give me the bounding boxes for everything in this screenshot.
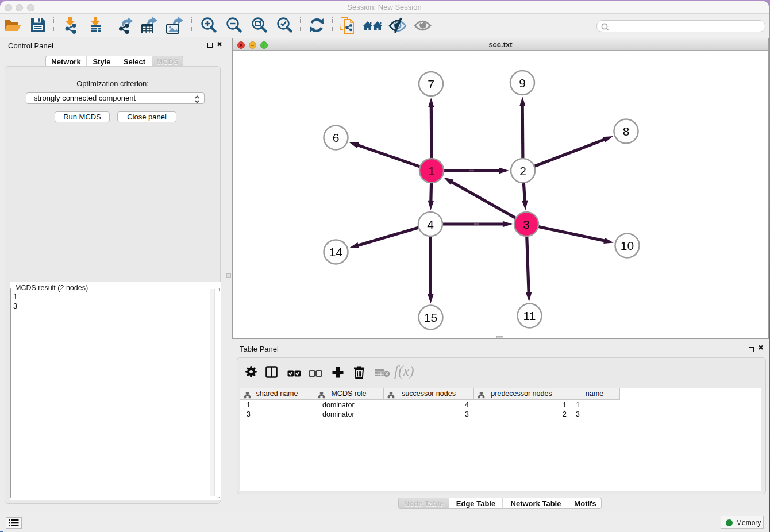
svg-text:14: 14 bbox=[329, 245, 343, 259]
svg-text:8: 8 bbox=[623, 125, 630, 138]
svg-text:10: 10 bbox=[621, 239, 634, 252]
svg-text:6: 6 bbox=[333, 131, 340, 144]
svg-text:15: 15 bbox=[424, 311, 437, 324]
svg-text:9: 9 bbox=[519, 76, 526, 90]
svg-text:4: 4 bbox=[427, 218, 434, 231]
svg-text:7: 7 bbox=[428, 78, 434, 91]
svg-text:3: 3 bbox=[523, 218, 530, 231]
svg-text:2: 2 bbox=[519, 164, 526, 178]
svg-text:1: 1 bbox=[428, 164, 435, 178]
svg-text:11: 11 bbox=[523, 309, 536, 322]
